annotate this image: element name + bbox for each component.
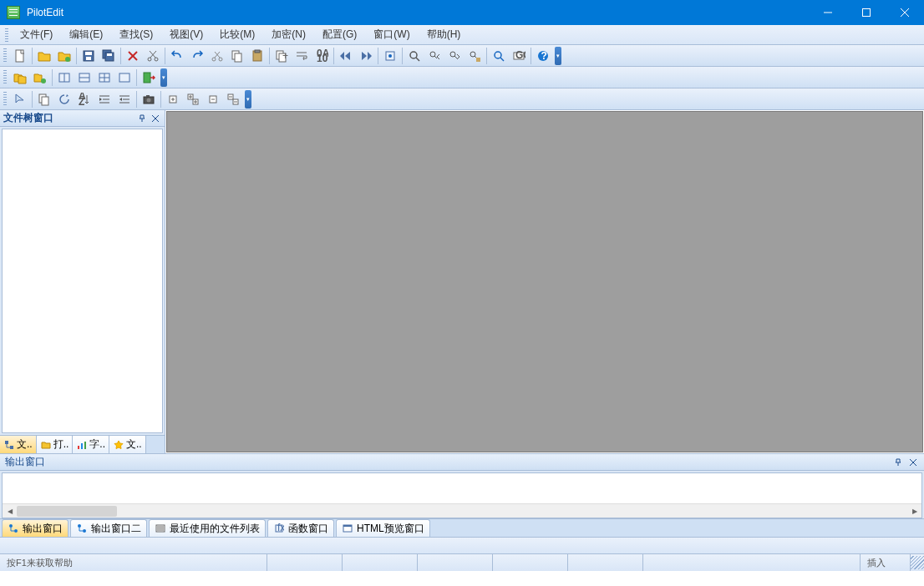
hex-button[interactable]: 0A10 [312, 47, 331, 65]
refresh-button[interactable] [55, 90, 74, 109]
replace-button[interactable] [465, 47, 484, 65]
menu-find[interactable]: 查找(S) [111, 25, 161, 44]
collapse-all-button[interactable] [224, 90, 242, 109]
svg-rect-43 [476, 58, 480, 62]
find-button[interactable] [405, 47, 424, 65]
select-button[interactable] [11, 90, 29, 109]
outdent-button[interactable] [115, 90, 134, 109]
svg-rect-72 [146, 95, 150, 97]
menu-encrypt[interactable]: 加密(N) [263, 25, 314, 44]
menu-help[interactable]: 帮助(H) [419, 25, 470, 44]
svg-point-5 [65, 57, 70, 62]
search-button[interactable] [490, 47, 508, 65]
pin-icon[interactable] [892, 458, 904, 467]
menu-window[interactable]: 窗口(W) [365, 25, 418, 44]
close-panel-icon[interactable] [907, 459, 919, 466]
file-tree-body[interactable] [2, 129, 163, 433]
scroll-right-icon[interactable]: ▶ [907, 504, 921, 518]
close-panel-icon[interactable] [150, 113, 161, 124]
output-tab-1[interactable]: 输出窗口二 [70, 519, 147, 537]
sidebar-tab-2[interactable]: 字.. [73, 436, 109, 453]
scroll-thumb[interactable] [17, 506, 117, 517]
split-view4-button[interactable] [115, 68, 134, 87]
status-cell [493, 554, 568, 571]
svg-line-17 [150, 51, 155, 58]
goto-button[interactable]: GO [510, 47, 528, 65]
bookmark-button[interactable] [381, 47, 399, 65]
sidebar-tab-1[interactable]: 打.. [37, 436, 74, 453]
output-panel: 输出窗口 ◀ ▶ 输出窗口 输出窗口二 最近使用的文件列表 fx函数窗口 HTM… [0, 453, 924, 537]
wordwrap-button[interactable] [292, 47, 311, 65]
menu-edit[interactable]: 编辑(E) [61, 25, 111, 44]
app-title: PilotEdit [27, 7, 809, 18]
toolbar-overflow[interactable] [555, 47, 561, 65]
svg-text:10: 10 [317, 53, 328, 63]
copy-append-button[interactable]: + [272, 47, 291, 65]
exit-button[interactable] [140, 68, 158, 87]
toolbar-overflow[interactable] [160, 68, 167, 87]
output-tabs: 输出窗口 输出窗口二 最近使用的文件列表 fx函数窗口 HTML预览窗口 [0, 518, 924, 537]
sidebar-tab-0[interactable]: 文.. [0, 436, 37, 453]
svg-rect-8 [86, 57, 91, 60]
open-button[interactable] [35, 47, 53, 65]
resize-grip-icon[interactable] [911, 556, 924, 569]
sort-button[interactable]: AZ [75, 90, 94, 109]
toolbar-overflow[interactable] [245, 90, 251, 109]
save-all-button[interactable] [99, 47, 118, 65]
compare-files-button[interactable] [11, 68, 29, 87]
first-button[interactable] [337, 47, 355, 65]
menu-config[interactable]: 配置(G) [314, 25, 365, 44]
svg-point-50 [41, 78, 46, 83]
paste-button[interactable] [248, 47, 267, 65]
status-cell [418, 554, 493, 571]
menu-file[interactable]: 文件(F) [12, 25, 61, 44]
svg-line-16 [150, 51, 156, 58]
copy-line-button[interactable] [35, 90, 53, 109]
menu-compare[interactable]: 比较(M) [211, 25, 263, 44]
maximize-button[interactable] [847, 0, 886, 25]
svg-line-36 [416, 58, 419, 61]
expand-button[interactable] [164, 90, 182, 109]
collapse-button[interactable] [204, 90, 222, 109]
find-prev-button[interactable] [425, 47, 444, 65]
compare-merge-button[interactable] [31, 68, 49, 87]
split-view1-button[interactable] [55, 68, 74, 87]
minimize-button[interactable] [809, 0, 847, 25]
find-next-button[interactable] [445, 47, 464, 65]
svg-rect-25 [255, 50, 260, 53]
expand-all-button[interactable] [184, 90, 202, 109]
horizontal-scrollbar[interactable]: ◀ ▶ [3, 503, 921, 518]
svg-point-104 [83, 529, 86, 533]
indent-button[interactable] [95, 90, 114, 109]
pin-icon[interactable] [136, 113, 148, 124]
output-tab-3[interactable]: fx函数窗口 [267, 519, 334, 537]
output-tab-4[interactable]: HTML预览窗口 [336, 519, 430, 537]
delete-button[interactable] [124, 47, 142, 65]
copy-button[interactable] [228, 47, 246, 65]
scroll-left-icon[interactable]: ◀ [3, 504, 17, 518]
editor-area[interactable] [166, 111, 923, 452]
undo-button[interactable] [168, 47, 186, 65]
output-body[interactable]: ◀ ▶ [2, 472, 922, 518]
output-tab-2[interactable]: 最近使用的文件列表 [149, 519, 266, 537]
status-cell [643, 554, 861, 571]
screenshot-button[interactable] [140, 90, 158, 109]
svg-rect-7 [85, 52, 92, 55]
split-view3-button[interactable] [95, 68, 114, 87]
svg-rect-58 [119, 73, 129, 82]
cut2-button[interactable] [208, 47, 226, 65]
open-folder-button[interactable] [55, 47, 74, 65]
save-button[interactable] [79, 47, 98, 65]
close-button[interactable] [886, 0, 924, 25]
new-file-button[interactable] [11, 47, 29, 65]
help-button[interactable]: ? [534, 47, 552, 65]
output-tab-0[interactable]: 输出窗口 [2, 519, 69, 537]
split-view2-button[interactable] [75, 68, 94, 87]
redo-button[interactable] [188, 47, 206, 65]
menu-view[interactable]: 视图(V) [161, 25, 211, 44]
toolbar-edit: AZ [0, 88, 924, 110]
svg-text:+: + [282, 50, 288, 62]
cut-button[interactable] [144, 47, 162, 65]
last-button[interactable] [357, 47, 375, 65]
sidebar-tab-3[interactable]: 文.. [109, 436, 146, 453]
